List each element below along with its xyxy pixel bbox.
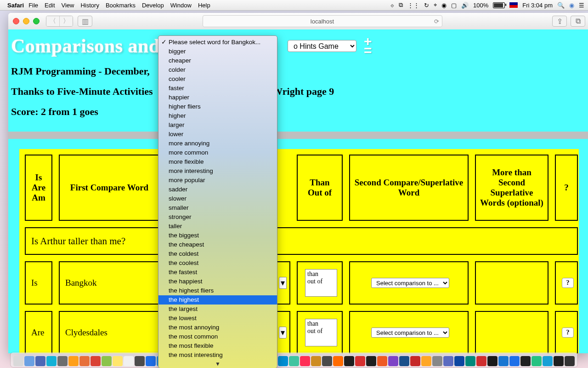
dropdown-option[interactable]: the coolest bbox=[158, 259, 277, 268]
menu-window[interactable]: Window bbox=[170, 2, 192, 9]
bluetooth-icon[interactable]: ⌖ bbox=[434, 1, 437, 9]
question-cell[interactable]: ? bbox=[555, 261, 578, 305]
dropdown-option[interactable]: the most interesting bbox=[158, 351, 277, 360]
dock-app-icon[interactable] bbox=[35, 356, 45, 366]
second-word-cell[interactable]: Select comparison to ... bbox=[349, 261, 469, 305]
menu-file[interactable]: File bbox=[28, 2, 38, 9]
question-cell[interactable]: ? bbox=[555, 311, 578, 353]
menubar-clock[interactable]: Fri 3:04 pm bbox=[522, 2, 553, 9]
back-button[interactable]: 〈 bbox=[46, 16, 59, 26]
dock-app-icon[interactable] bbox=[465, 356, 475, 366]
dropdown-option[interactable]: the most flexible bbox=[158, 341, 277, 351]
dropdown-option[interactable]: the most common bbox=[158, 332, 277, 341]
dock-app-icon[interactable] bbox=[554, 356, 564, 366]
menu-bookmarks[interactable]: Bookmarks bbox=[106, 2, 136, 9]
dropdown-option[interactable]: faster bbox=[158, 84, 277, 93]
time-machine-icon[interactable]: ↻ bbox=[424, 2, 429, 9]
dropdown-option[interactable]: taller bbox=[158, 222, 277, 231]
dropdown-option[interactable]: bigger bbox=[158, 47, 277, 56]
comparison-word-dropdown[interactable]: Please select word for Bangkok... bigger… bbox=[158, 35, 277, 368]
dock-app-icon[interactable] bbox=[498, 356, 509, 366]
dropdown-option[interactable]: the fastest bbox=[158, 268, 277, 277]
dock-app-icon[interactable] bbox=[68, 356, 79, 366]
dropdown-option[interactable]: more interesting bbox=[158, 167, 277, 176]
dropdown-option[interactable]: slower bbox=[158, 194, 277, 203]
dropdown-option[interactable]: larger bbox=[158, 121, 277, 130]
minimize-window-icon[interactable] bbox=[23, 18, 29, 24]
dock-app-icon[interactable] bbox=[487, 356, 498, 366]
dock-app-icon[interactable] bbox=[124, 356, 134, 366]
dock-app-icon[interactable] bbox=[333, 356, 343, 366]
dropdown-option[interactable]: lower bbox=[158, 130, 277, 139]
dropdown-placeholder[interactable]: Please select word for Bangkok... bbox=[158, 38, 277, 47]
dock-app-icon[interactable] bbox=[102, 356, 112, 366]
address-bar[interactable]: localhost ⟳ bbox=[203, 15, 442, 27]
dock-app-icon[interactable] bbox=[454, 356, 464, 366]
menu-develop[interactable]: Develop bbox=[142, 2, 164, 9]
than-listbox[interactable]: than out of bbox=[305, 269, 337, 297]
second-comparison-select[interactable]: Select comparison to ... bbox=[371, 278, 449, 288]
dock-app-icon[interactable] bbox=[432, 356, 442, 366]
dock-app-icon[interactable] bbox=[46, 356, 57, 366]
dropdown-option[interactable]: cooler bbox=[158, 75, 277, 84]
dock-app-icon[interactable] bbox=[79, 356, 90, 366]
menu-help[interactable]: Help bbox=[198, 2, 210, 9]
dropdown-option[interactable]: sadder bbox=[158, 185, 277, 194]
share-button[interactable]: ⇪ bbox=[552, 16, 567, 27]
menu-edit[interactable]: Edit bbox=[45, 2, 55, 9]
menu-view[interactable]: View bbox=[62, 2, 74, 9]
dock-app-icon[interactable] bbox=[311, 356, 321, 366]
dropdown-option[interactable]: cheaper bbox=[158, 56, 277, 65]
question-button[interactable]: ? bbox=[562, 278, 574, 288]
select-stub[interactable]: ▾ bbox=[279, 277, 287, 289]
second-word-cell[interactable]: Select comparison to ... bbox=[349, 311, 469, 353]
select-stub[interactable]: ▾ bbox=[279, 327, 287, 339]
zoom-window-icon[interactable] bbox=[33, 18, 40, 24]
dock-app-icon[interactable] bbox=[543, 356, 553, 366]
dropdown-option[interactable]: happier bbox=[158, 93, 277, 102]
dropdown-option[interactable]: more annoying bbox=[158, 139, 277, 148]
dropdown-option[interactable]: higher bbox=[158, 111, 277, 121]
battery-icon[interactable] bbox=[493, 2, 505, 8]
dock-app-icon[interactable] bbox=[300, 356, 310, 366]
spotlight-icon[interactable]: 🔍 bbox=[557, 2, 565, 9]
dropdown-option[interactable]: the biggest bbox=[158, 231, 277, 240]
dock-app-icon[interactable] bbox=[278, 356, 288, 366]
dock-app-icon[interactable] bbox=[146, 356, 156, 366]
dropdown-option[interactable]: the most annoying bbox=[158, 323, 277, 332]
dropdown-option[interactable]: more common bbox=[158, 148, 277, 157]
dock-app-icon[interactable] bbox=[90, 356, 101, 366]
show-tabs-button[interactable]: ⧉ bbox=[571, 16, 585, 27]
volume-icon[interactable]: 🔊 bbox=[461, 2, 469, 9]
dropdown-option[interactable]: stronger bbox=[158, 213, 277, 222]
input-locale-flag-icon[interactable] bbox=[509, 2, 518, 8]
window-traffic-lights[interactable] bbox=[13, 18, 40, 24]
than-listbox[interactable]: than out of bbox=[305, 319, 337, 346]
than-cell[interactable]: than out of bbox=[297, 311, 343, 353]
dropdown-option[interactable]: smaller bbox=[158, 203, 277, 213]
dropdown-option[interactable]: the largest bbox=[158, 305, 277, 314]
dock-app-icon[interactable] bbox=[476, 356, 486, 366]
dropdown-option[interactable]: the highest bbox=[158, 295, 277, 305]
dock-app-icon[interactable] bbox=[344, 356, 354, 366]
stack-control-icon[interactable]: += bbox=[364, 37, 372, 55]
status-icon[interactable]: ⋮⋮ bbox=[407, 2, 419, 9]
dropdown-option[interactable]: colder bbox=[158, 65, 277, 75]
dropdown-option[interactable]: more flexible bbox=[158, 157, 277, 167]
menu-history[interactable]: History bbox=[80, 2, 99, 9]
dock-app-icon[interactable] bbox=[355, 356, 365, 366]
dropdown-option[interactable]: more popular bbox=[158, 176, 277, 185]
airplay-icon[interactable]: ▢ bbox=[451, 2, 457, 9]
reload-icon[interactable]: ⟳ bbox=[434, 18, 439, 25]
status-icon[interactable]: ⧉ bbox=[399, 1, 403, 9]
dock-app-icon[interactable] bbox=[377, 356, 387, 366]
dock-app-icon[interactable] bbox=[113, 356, 123, 366]
second-comparison-select[interactable]: Select comparison to ... bbox=[371, 328, 449, 338]
dropdown-option[interactable]: the highest fliers bbox=[158, 286, 277, 295]
dock-app-icon[interactable] bbox=[509, 356, 520, 366]
dock-app-icon[interactable] bbox=[24, 356, 34, 366]
macos-menubar[interactable]: Safari File Edit View History Bookmarks … bbox=[0, 0, 588, 11]
hints-mode-select[interactable]: o Hints Game bbox=[288, 40, 356, 52]
active-app-name[interactable]: Safari bbox=[7, 2, 24, 9]
dock-app-icon[interactable] bbox=[531, 356, 542, 366]
